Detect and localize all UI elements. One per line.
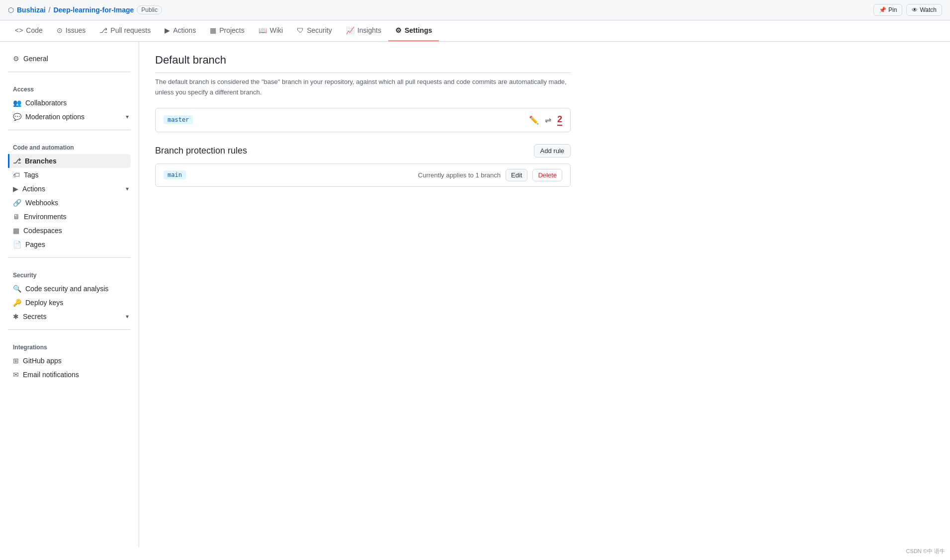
sidebar-item-collaborators[interactable]: 👥 Collaborators — [8, 96, 131, 110]
settings-icon: ⚙ — [395, 26, 402, 34]
pin-button[interactable]: 📌 Pin — [873, 4, 902, 16]
tab-security[interactable]: 🛡 Security — [290, 20, 339, 41]
top-bar-right: 📌 Pin 👁 Watch — [873, 4, 942, 16]
insights-icon: 📈 — [346, 26, 354, 34]
moderation-chevron-icon: ▾ — [126, 113, 129, 120]
sidebar-item-email-notifications[interactable]: ✉ Email notifications — [8, 368, 131, 382]
actions-sidebar-icon: ▶ — [13, 185, 18, 193]
key-icon: 🔑 — [13, 299, 21, 307]
sidebar-codespaces-label: Codespaces — [23, 227, 62, 235]
code-security-icon: 🔍 — [13, 285, 21, 293]
sidebar-deploy-keys-label: Deploy keys — [25, 299, 63, 307]
tab-security-label: Security — [307, 26, 332, 34]
pin-icon: 📌 — [879, 6, 886, 13]
sidebar-email-notifications-label: Email notifications — [23, 371, 79, 379]
edit-branch-icon[interactable]: ✏️ — [529, 115, 539, 125]
sidebar-security-section: Security — [8, 264, 131, 282]
repo-link[interactable]: Deep-learning-for-Image — [53, 6, 134, 14]
sidebar-item-environments[interactable]: 🖥 Environments — [8, 210, 131, 224]
tab-settings-label: Settings — [405, 26, 432, 34]
tab-projects[interactable]: ▦ Projects — [203, 20, 252, 41]
sidebar-item-github-apps[interactable]: ⊞ GitHub apps — [8, 354, 131, 368]
tab-actions[interactable]: ▶ Actions — [158, 20, 203, 41]
main-content: Default branch The default branch is con… — [139, 42, 587, 547]
sidebar-actions-row: ▶ Actions ▾ — [8, 182, 131, 196]
watch-button[interactable]: 👁 Watch — [906, 4, 942, 16]
edit-rule-button[interactable]: Edit — [506, 169, 527, 181]
org-link[interactable]: Bushizai — [17, 6, 46, 14]
sidebar-code-automation-section: Code and automation — [8, 136, 131, 154]
sidebar-pages-label: Pages — [25, 240, 45, 248]
repo-icon: ⬡ — [8, 6, 14, 14]
top-bar: ⬡ Bushizai / Deep-learning-for-Image Pub… — [0, 0, 950, 20]
projects-icon: ▦ — [210, 26, 216, 34]
sidebar-item-codespaces[interactable]: ▦ Codespaces — [8, 224, 131, 238]
tab-issues[interactable]: ⊙ Issues — [50, 20, 92, 41]
sidebar-secrets-row: ✱ Secrets ▾ — [8, 310, 131, 323]
secrets-icon: ✱ — [13, 313, 19, 320]
tab-issues-label: Issues — [66, 26, 86, 34]
environment-icon: 🖥 — [13, 213, 20, 221]
sidebar-environments-label: Environments — [24, 213, 67, 221]
sidebar-item-secrets[interactable]: ✱ Secrets — [8, 310, 126, 323]
tag-icon: 🏷 — [13, 171, 20, 179]
sidebar-item-pages[interactable]: 📄 Pages — [8, 238, 131, 251]
nav-tabs: <> Code ⊙ Issues ⎇ Pull requests ▶ Actio… — [0, 20, 950, 42]
visibility-badge: Public — [137, 5, 162, 14]
sidebar-divider-4 — [8, 329, 131, 330]
current-branch-tag: master — [164, 115, 193, 124]
sidebar-moderation-row: 💬 Moderation options ▾ — [8, 110, 131, 124]
sidebar-moderation-label: Moderation options — [25, 113, 85, 121]
sidebar-item-tags[interactable]: 🏷 Tags — [8, 168, 131, 182]
branch-action-buttons: ✏️ ⇌ 2 — [529, 114, 562, 126]
sidebar-item-code-security[interactable]: 🔍 Code security and analysis — [8, 282, 131, 296]
branch-icon: ⎇ — [13, 157, 21, 165]
rename-indicator: 2 — [557, 114, 562, 126]
sidebar-secrets-label: Secrets — [23, 313, 46, 320]
issues-icon: ⊙ — [57, 26, 63, 34]
tab-pull-requests-label: Pull requests — [110, 26, 151, 34]
secrets-chevron-icon: ▾ — [126, 313, 129, 320]
code-icon: <> — [15, 26, 23, 34]
webhook-icon: 🔗 — [13, 199, 21, 207]
sidebar: ⚙ General Access 👥 Collaborators 💬 Moder… — [0, 42, 139, 547]
sidebar-item-moderation[interactable]: 💬 Moderation options — [8, 110, 126, 124]
sidebar-github-apps-label: GitHub apps — [23, 357, 62, 365]
email-icon: ✉ — [13, 371, 19, 379]
tab-settings[interactable]: ⚙ Settings — [388, 20, 439, 41]
sidebar-tags-label: Tags — [24, 171, 39, 179]
sidebar-item-actions[interactable]: ▶ Actions — [8, 182, 126, 196]
add-rule-button[interactable]: Add rule — [534, 144, 571, 158]
sidebar-general-label: General — [23, 55, 48, 63]
sidebar-divider-2 — [8, 130, 131, 130]
sidebar-integrations-section: Integrations — [8, 336, 131, 354]
sidebar-divider-1 — [8, 72, 131, 72]
actions-icon: ▶ — [165, 26, 170, 34]
sidebar-collaborators-label: Collaborators — [25, 99, 67, 107]
delete-rule-button[interactable]: Delete — [532, 169, 562, 181]
pages-icon: 📄 — [13, 240, 21, 248]
gear-icon: ⚙ — [13, 55, 19, 63]
tab-wiki[interactable]: 📖 Wiki — [252, 20, 290, 41]
sidebar-code-security-label: Code security and analysis — [25, 285, 108, 293]
sidebar-webhooks-label: Webhooks — [25, 199, 58, 207]
tab-insights[interactable]: 📈 Insights — [339, 20, 388, 41]
pull-requests-icon: ⎇ — [99, 26, 107, 34]
sidebar-item-general[interactable]: ⚙ General — [8, 52, 131, 66]
codespaces-icon: ▦ — [13, 227, 19, 235]
tab-projects-label: Projects — [219, 26, 245, 34]
rule-actions: Currently applies to 1 branch Edit Delet… — [418, 169, 562, 181]
sidebar-branches-label: Branches — [25, 157, 57, 165]
watch-label: Watch — [920, 6, 937, 13]
default-branch-title: Default branch — [155, 54, 571, 73]
sidebar-item-branches[interactable]: ⎇ Branches — [8, 154, 131, 168]
tab-pull-requests[interactable]: ⎇ Pull requests — [92, 20, 158, 41]
sidebar-item-webhooks[interactable]: 🔗 Webhooks — [8, 196, 131, 210]
branch-protection-title: Branch protection rules — [155, 146, 247, 156]
sidebar-actions-label: Actions — [22, 185, 45, 193]
layout: ⚙ General Access 👥 Collaborators 💬 Moder… — [0, 42, 950, 547]
repo-title: ⬡ Bushizai / Deep-learning-for-Image Pub… — [8, 5, 162, 14]
sidebar-item-deploy-keys[interactable]: 🔑 Deploy keys — [8, 296, 131, 310]
tab-code[interactable]: <> Code — [8, 20, 50, 41]
switch-branch-icon[interactable]: ⇌ — [545, 115, 551, 125]
